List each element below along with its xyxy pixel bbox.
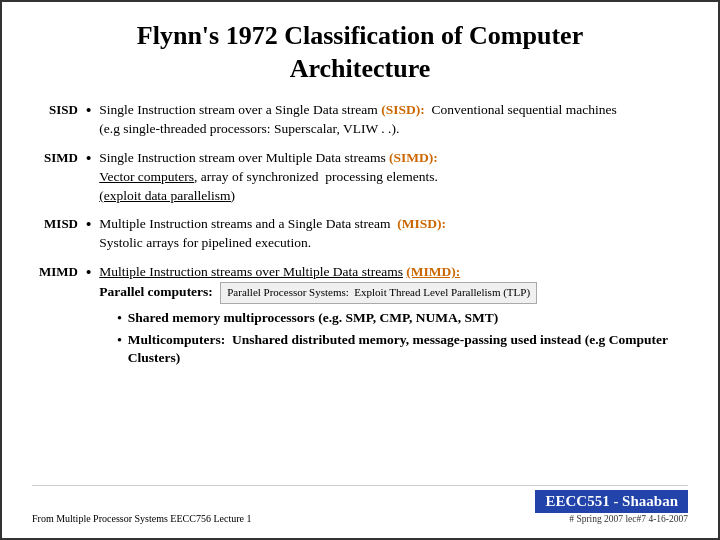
slide: Flynn's 1972 Classification of Computer …: [0, 0, 720, 540]
sub-dot-1: •: [117, 309, 122, 327]
entry-mimd: MIMD • Multiple Instruction streams over…: [32, 263, 688, 367]
sub-bullets-mimd: • Shared memory multiprocessors (e.g. SM…: [117, 309, 688, 368]
text-mimd: Multiple Instruction streams over Multip…: [99, 263, 688, 367]
footer-source: From Multiple Processor Systems EECC756 …: [32, 513, 251, 524]
label-simd: SIMD: [32, 149, 78, 166]
sub-dot-2: •: [117, 331, 122, 367]
bullet-misd: •: [86, 215, 91, 233]
content-area: SISD • Single Instruction stream over a …: [32, 101, 688, 477]
entry-misd: MISD • Multiple Instruction streams and …: [32, 215, 688, 253]
bullet-simd: •: [86, 149, 91, 167]
title-block: Flynn's 1972 Classification of Computer …: [32, 20, 688, 85]
entry-sisd: SISD • Single Instruction stream over a …: [32, 101, 688, 139]
footer-right: EECC551 - Shaaban # Spring 2007 lec#7 4-…: [535, 490, 688, 524]
sub-text-shared: Shared memory multiprocessors (e.g. SMP,…: [128, 309, 498, 327]
text-sisd: Single Instruction stream over a Single …: [99, 101, 688, 139]
title-line2: Architecture: [32, 53, 688, 86]
bullet-sisd: •: [86, 101, 91, 119]
title-line1: Flynn's 1972 Classification of Computer: [32, 20, 688, 53]
label-sisd: SISD: [32, 101, 78, 118]
label-mimd: MIMD: [32, 263, 78, 280]
tooltip-tlp: Parallel Processor Systems: Exploit Thre…: [220, 282, 537, 303]
sub-bullet-multicomp: • Multicomputers: Unshared distributed m…: [117, 331, 688, 367]
footer-note: # Spring 2007 lec#7 4-16-2007: [569, 514, 688, 524]
text-misd: Multiple Instruction streams and a Singl…: [99, 215, 688, 253]
footer: From Multiple Processor Systems EECC756 …: [32, 485, 688, 524]
label-misd: MISD: [32, 215, 78, 232]
sub-bullet-shared: • Shared memory multiprocessors (e.g. SM…: [117, 309, 688, 327]
eecc-badge: EECC551 - Shaaban: [535, 490, 688, 513]
bullet-mimd: •: [86, 263, 91, 281]
text-simd: Single Instruction stream over Multiple …: [99, 149, 688, 206]
entry-simd: SIMD • Single Instruction stream over Mu…: [32, 149, 688, 206]
sub-text-multicomp: Multicomputers: Unshared distributed mem…: [128, 331, 688, 367]
